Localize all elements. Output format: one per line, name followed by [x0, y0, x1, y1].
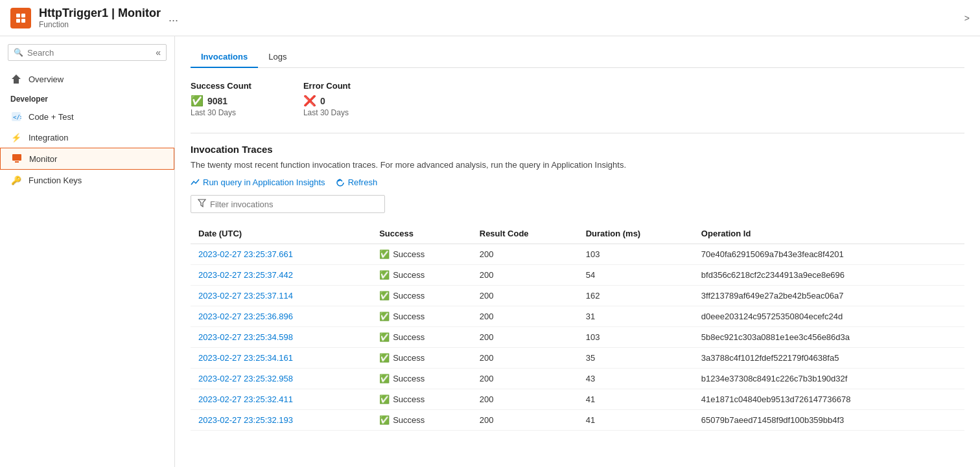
search-icon: 🔍 [14, 48, 23, 57]
date-link-5[interactable]: 2023-02-27 23:25:34.161 [198, 353, 293, 363]
col-success: Success [371, 223, 472, 244]
code-icon: </> [10, 111, 22, 122]
duration-0: 103 [578, 244, 694, 265]
page-subtitle: Function [39, 20, 161, 29]
date-link-3[interactable]: 2023-02-27 23:25:36.896 [198, 312, 293, 321]
monitor-icon [11, 153, 23, 165]
success-check-8: ✅ [379, 415, 390, 425]
col-duration: Duration (ms) [578, 223, 694, 244]
success-cell-7: ✅Success [379, 394, 464, 404]
col-result-code: Result Code [472, 223, 578, 244]
duration-4: 103 [578, 327, 694, 348]
success-count-block: Success Count ✅ 9081 Last 30 Days [191, 81, 251, 117]
action-bar: Run query in Application Insights Refres… [191, 177, 964, 187]
success-cell-2: ✅Success [379, 291, 464, 301]
filter-box[interactable] [191, 195, 385, 213]
sidebar-item-integration[interactable]: ⚡ Integration [0, 127, 174, 148]
date-link-7[interactable]: 2023-02-27 23:25:32.411 [198, 394, 293, 404]
overview-icon [10, 73, 22, 85]
operation-id-0: 70e40fa62915069a7b43e3feac8f4201 [694, 244, 964, 265]
collapse-button[interactable]: « [156, 47, 161, 58]
metrics-row: Success Count ✅ 9081 Last 30 Days Error … [191, 81, 964, 117]
sidebar: 🔍 « Overview Developer </> Code + Test ⚡… [0, 36, 175, 467]
developer-section-label: Developer [0, 92, 174, 106]
table-row: 2023-02-27 23:25:34.161✅Success200353a37… [191, 348, 964, 369]
duration-7: 41 [578, 389, 694, 410]
operation-id-6: b1234e37308c8491c226c7b3b190d32f [694, 369, 964, 389]
table-row: 2023-02-27 23:25:36.896✅Success20031d0ee… [191, 306, 964, 327]
more-options-button[interactable]: ... [169, 11, 178, 25]
divider [191, 133, 964, 133]
success-cell-1: ✅Success [379, 270, 464, 280]
svg-rect-0 [16, 14, 20, 17]
section-title: Invocation Traces [191, 144, 964, 155]
duration-1: 54 [578, 265, 694, 286]
sidebar-item-function-keys[interactable]: 🔑 Function Keys [0, 170, 174, 190]
operation-id-2: 3ff213789af649e27a2be42b5eac06a7 [694, 286, 964, 306]
success-check-3: ✅ [379, 312, 390, 321]
operation-id-3: d0eee203124c95725350804ecefc24d [694, 306, 964, 327]
title-block: HttpTrigger1 | Monitor Function [39, 6, 161, 29]
app-icon [10, 8, 31, 28]
table-row: 2023-02-27 23:25:37.661✅Success20010370e… [191, 244, 964, 265]
date-link-6[interactable]: 2023-02-27 23:25:32.958 [198, 374, 293, 383]
success-check-4: ✅ [379, 332, 390, 342]
duration-5: 35 [578, 348, 694, 369]
result-code-3: 200 [472, 306, 578, 327]
col-date: Date (UTC) [191, 223, 371, 244]
search-box[interactable]: 🔍 « [8, 44, 167, 61]
date-link-4[interactable]: 2023-02-27 23:25:34.598 [198, 332, 293, 342]
svg-rect-2 [16, 19, 20, 23]
table-row: 2023-02-27 23:25:37.114✅Success2001623ff… [191, 286, 964, 306]
date-link-2[interactable]: 2023-02-27 23:25:37.114 [198, 291, 293, 301]
success-cell-0: ✅Success [379, 249, 464, 259]
success-count-label: Success Count [191, 81, 251, 91]
success-check-icon: ✅ [191, 95, 204, 107]
date-link-1[interactable]: 2023-02-27 23:25:37.442 [198, 270, 293, 280]
success-check-2: ✅ [379, 291, 390, 301]
filter-icon [198, 199, 206, 209]
svg-rect-7 [12, 154, 21, 161]
run-query-link[interactable]: Run query in Application Insights [191, 177, 325, 187]
section-desc: The twenty most recent function invocati… [191, 160, 964, 170]
success-check-0: ✅ [379, 249, 390, 259]
error-count-label: Error Count [303, 81, 351, 91]
operation-id-8: 65079b7aeed71458f9df100b359bb4f3 [694, 410, 964, 431]
integration-icon: ⚡ [10, 131, 22, 143]
success-check-6: ✅ [379, 374, 390, 383]
success-check-1: ✅ [379, 270, 390, 280]
invocations-table: Date (UTC) Success Result Code Duration … [191, 223, 964, 431]
sidebar-item-overview[interactable]: Overview [0, 69, 174, 89]
svg-rect-8 [15, 161, 19, 163]
date-link-0[interactable]: 2023-02-27 23:25:37.661 [198, 249, 293, 259]
operation-id-4: 5b8ec921c303a0881e1ee3c456e86d3a [694, 327, 964, 348]
result-code-5: 200 [472, 348, 578, 369]
date-link-8[interactable]: 2023-02-27 23:25:32.193 [198, 415, 293, 425]
filter-input[interactable] [210, 199, 378, 209]
main-content: Invocations Logs Success Count ✅ 9081 La… [175, 36, 980, 467]
top-bar: HttpTrigger1 | Monitor Function ... > [0, 0, 980, 36]
sidebar-item-integration-label: Integration [29, 133, 68, 142]
search-input[interactable] [27, 48, 156, 58]
page-title: HttpTrigger1 | Monitor [39, 6, 161, 20]
tab-invocations[interactable]: Invocations [191, 47, 258, 68]
table-header-row: Date (UTC) Success Result Code Duration … [191, 223, 964, 244]
error-count-sub: Last 30 Days [303, 108, 351, 117]
svg-marker-10 [198, 199, 205, 207]
result-code-7: 200 [472, 389, 578, 410]
refresh-link[interactable]: Refresh [336, 177, 378, 187]
table-row: 2023-02-27 23:25:34.598✅Success2001035b8… [191, 327, 964, 348]
table-row: 2023-02-27 23:25:32.958✅Success20043b123… [191, 369, 964, 389]
sidebar-item-monitor[interactable]: Monitor [0, 148, 174, 170]
error-count-value-row: ❌ 0 [303, 95, 351, 107]
sidebar-item-code-test[interactable]: </> Code + Test [0, 106, 174, 127]
key-icon: 🔑 [10, 174, 22, 186]
svg-text:⚡: ⚡ [11, 132, 21, 142]
operation-id-5: 3a3788c4f1012fdef522179f04638fa5 [694, 348, 964, 369]
expand-button[interactable]: > [964, 13, 970, 23]
col-operation-id: Operation Id [694, 223, 964, 244]
run-query-icon [191, 178, 200, 187]
error-icon: ❌ [303, 95, 316, 107]
tab-logs[interactable]: Logs [258, 47, 297, 68]
result-code-8: 200 [472, 410, 578, 431]
